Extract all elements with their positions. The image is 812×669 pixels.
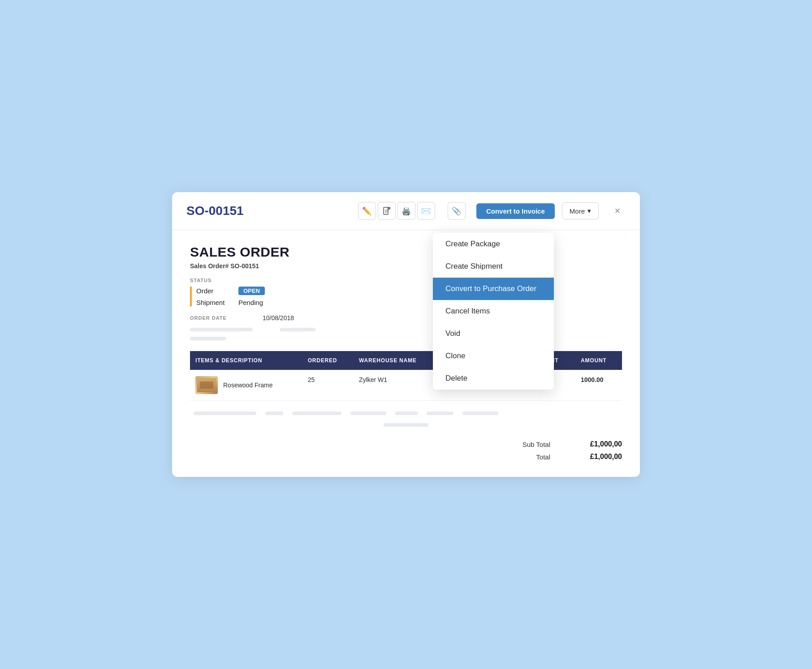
order-label: Order bbox=[196, 287, 232, 295]
ordered-cell: 25 bbox=[302, 370, 354, 401]
dropdown-item-convert-to-purchase-order[interactable]: Convert to Purchase Order bbox=[433, 278, 554, 300]
shipment-label: Shipment bbox=[196, 299, 232, 306]
modal-outer: SO-00151 ✏️ 🖨️ ✉️ 📎 Convert bbox=[160, 180, 652, 489]
skeleton-footer-8 bbox=[384, 423, 428, 427]
total-value: £1,000,00 bbox=[577, 453, 622, 461]
document-id: SO-00151 bbox=[186, 204, 351, 218]
svg-rect-0 bbox=[384, 207, 388, 214]
order-date-row: ORDER DATE 10/08/2018 bbox=[190, 314, 622, 322]
modal-header: SO-00151 ✏️ 🖨️ ✉️ 📎 Convert bbox=[172, 192, 640, 230]
total-label: Total bbox=[505, 453, 550, 461]
table-body: Rosewood Frame 25Zylker W1 0 Packed 0 In… bbox=[190, 370, 622, 401]
col-header-ordered: ORDERED bbox=[302, 351, 354, 370]
item-image bbox=[195, 376, 218, 394]
amount-cell: 1000.00 bbox=[575, 370, 622, 401]
sub-total-row: Sub Total £1,000,00 bbox=[505, 440, 622, 448]
skeleton-footer-4 bbox=[350, 412, 386, 415]
print-button[interactable]: 🖨️ bbox=[397, 202, 415, 220]
more-dropdown-menu: Create PackageCreate ShipmentConvert to … bbox=[433, 233, 554, 390]
dropdown-item-cancel-items[interactable]: Cancel Items bbox=[433, 300, 554, 322]
sub-total-value: £1,000,00 bbox=[577, 440, 622, 448]
col-header-warehouse: WAREHOUSE NAME bbox=[354, 351, 441, 370]
item-cell: Rosewood Frame bbox=[190, 370, 302, 401]
col-header-amount: AMOUNT bbox=[575, 351, 622, 370]
attach-button[interactable]: 📎 bbox=[448, 202, 466, 220]
dropdown-item-create-shipment[interactable]: Create Shipment bbox=[433, 255, 554, 278]
edit-button[interactable]: ✏️ bbox=[358, 202, 376, 220]
sub-total-label: Sub Total bbox=[505, 441, 550, 448]
items-table: ITEMS & DESCRIPTIONORDEREDWAREHOUSE NAME… bbox=[190, 351, 622, 401]
skeleton-footer-3 bbox=[292, 412, 341, 415]
item-name: Rosewood Frame bbox=[223, 382, 273, 389]
dropdown-item-create-package[interactable]: Create Package bbox=[433, 233, 554, 255]
skeleton-line-2 bbox=[280, 328, 315, 331]
skeleton-line-1 bbox=[190, 328, 253, 331]
status-section-label: STATUS bbox=[190, 278, 622, 283]
modal-body: SALES ORDER Sales Order# SO-00151 STATUS… bbox=[172, 230, 640, 477]
dropdown-item-delete[interactable]: Delete bbox=[433, 367, 554, 390]
shipment-status-value: Pending bbox=[238, 299, 263, 306]
chevron-down-icon: ▾ bbox=[587, 207, 591, 215]
close-button[interactable]: × bbox=[609, 203, 626, 219]
document-title: SALES ORDER bbox=[190, 244, 622, 260]
skeleton-footer-1 bbox=[194, 412, 256, 415]
total-row: Total £1,000,00 bbox=[505, 453, 622, 461]
order-date-value: 10/08/2018 bbox=[263, 314, 294, 322]
more-label: More bbox=[570, 207, 585, 215]
email-button[interactable]: ✉️ bbox=[417, 202, 435, 220]
order-date-label: ORDER DATE bbox=[190, 315, 227, 321]
order-status-row: Order OPEN bbox=[196, 287, 622, 295]
convert-invoice-button[interactable]: Convert to Invoice bbox=[476, 203, 555, 219]
status-rows: Order OPEN Shipment Pending bbox=[190, 287, 622, 306]
dropdown-item-clone[interactable]: Clone bbox=[433, 345, 554, 367]
order-status-badge: OPEN bbox=[238, 287, 265, 295]
table-header: ITEMS & DESCRIPTIONORDEREDWAREHOUSE NAME… bbox=[190, 351, 622, 370]
dropdown-item-void[interactable]: Void bbox=[433, 322, 554, 345]
modal-inner: SO-00151 ✏️ 🖨️ ✉️ 📎 Convert bbox=[172, 192, 640, 477]
table-header-row: ITEMS & DESCRIPTIONORDEREDWAREHOUSE NAME… bbox=[190, 351, 622, 370]
totals-section: Sub Total £1,000,00 Total £1,000,00 bbox=[190, 440, 622, 461]
more-button[interactable]: More ▾ bbox=[562, 202, 599, 219]
status-section: STATUS Order OPEN Shipment Pending bbox=[190, 278, 622, 306]
skeleton-footer-6 bbox=[427, 412, 454, 415]
skeleton-line-3 bbox=[190, 337, 226, 340]
header-icons: ✏️ 🖨️ ✉️ bbox=[358, 202, 435, 220]
document-subtitle: Sales Order# SO-00151 bbox=[190, 262, 622, 270]
shipment-status-row: Shipment Pending bbox=[196, 299, 622, 306]
pdf-button[interactable] bbox=[378, 202, 396, 220]
skeleton-footer-2 bbox=[265, 412, 283, 415]
skeleton-footer-5 bbox=[395, 412, 418, 415]
table-row: Rosewood Frame 25Zylker W1 0 Packed 0 In… bbox=[190, 370, 622, 401]
warehouse-cell: Zylker W1 bbox=[354, 370, 441, 401]
skeleton-footer-7 bbox=[462, 412, 498, 415]
more-dropdown-container: More ▾ Create PackageCreate ShipmentConv… bbox=[562, 202, 599, 219]
col-header-items: ITEMS & DESCRIPTION bbox=[190, 351, 302, 370]
